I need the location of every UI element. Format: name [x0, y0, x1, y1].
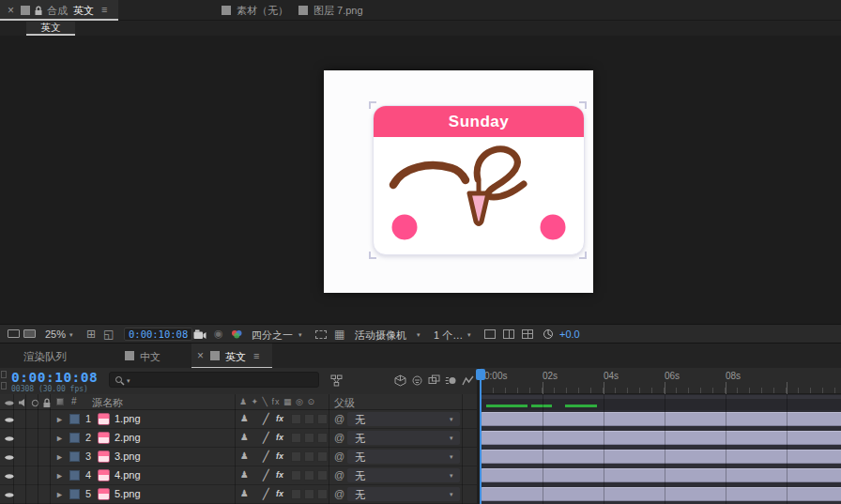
- time-ruler[interactable]: 0:00s 02s 04s 06s 08s: [481, 368, 841, 394]
- parent-value[interactable]: 无: [355, 488, 365, 502]
- current-timecode[interactable]: 0:00:10:08: [11, 370, 98, 385]
- pickwhip-icon[interactable]: @: [334, 451, 344, 462]
- parent-value[interactable]: 无: [355, 469, 365, 483]
- graph-editor-icon[interactable]: [462, 374, 474, 387]
- composition-viewer[interactable]: Sunday: [0, 36, 841, 324]
- 3d-switch[interactable]: [317, 451, 328, 462]
- motion-blur-switch[interactable]: [304, 451, 314, 462]
- shy-switch-icon[interactable]: ♟: [240, 488, 249, 498]
- search-input[interactable]: [136, 374, 314, 386]
- parent-dropdown-icon[interactable]: ▾: [450, 416, 453, 423]
- panel-menu-icon[interactable]: ≡: [101, 4, 107, 15]
- label-color-swatch[interactable]: [69, 433, 80, 443]
- motion-blur-switch[interactable]: [304, 414, 314, 424]
- region-of-interest-icon[interactable]: [315, 330, 327, 339]
- selection-handle-br[interactable]: [579, 252, 587, 259]
- secondary-monitor-icon[interactable]: [23, 329, 36, 338]
- primary-monitor-icon[interactable]: [8, 329, 20, 338]
- tab-layer[interactable]: 图层 7.png: [298, 0, 402, 21]
- parent-column-label[interactable]: 父级: [334, 396, 355, 410]
- parent-dropdown-icon[interactable]: ▾: [450, 453, 453, 461]
- layer-name[interactable]: 4.png: [115, 469, 141, 481]
- fx-switch-icon[interactable]: fx: [276, 470, 283, 480]
- quality-switch-icon[interactable]: ╱: [263, 451, 269, 463]
- parent-dropdown-icon[interactable]: ▾: [450, 472, 453, 480]
- frame-blend-switch[interactable]: [291, 414, 301, 424]
- 3d-switch[interactable]: [317, 470, 328, 481]
- fx-switch-icon[interactable]: fx: [276, 433, 283, 442]
- label-color-swatch[interactable]: [69, 414, 80, 424]
- label-color-swatch[interactable]: [69, 470, 80, 481]
- playhead-handle[interactable]: [476, 369, 485, 380]
- shy-switch-icon[interactable]: ♟: [240, 469, 249, 480]
- layer-name[interactable]: 2.png: [115, 432, 141, 443]
- selection-handle-tl[interactable]: [369, 101, 376, 109]
- search-options-icon[interactable]: ▾: [127, 377, 130, 385]
- frame-blend-switch[interactable]: [291, 489, 301, 499]
- panel-menu-icon[interactable]: ≡: [253, 350, 259, 361]
- pickwhip-icon[interactable]: @: [334, 432, 344, 443]
- view-layout-dropdown-icon[interactable]: ▾: [467, 331, 471, 339]
- frame-blend-switch[interactable]: [291, 470, 301, 481]
- expander-icon[interactable]: ►: [55, 434, 64, 443]
- fast-previews-icon[interactable]: [503, 329, 514, 339]
- layer-name[interactable]: 1.png: [115, 413, 141, 424]
- resolution-dropdown-icon[interactable]: ▾: [298, 331, 302, 339]
- label-color-swatch[interactable]: [69, 451, 80, 462]
- quality-switch-icon[interactable]: ╱: [263, 432, 269, 444]
- shy-switch-icon[interactable]: ♟: [240, 432, 249, 442]
- tab-render-queue[interactable]: 渲染队列: [23, 350, 67, 364]
- 3d-switch[interactable]: [317, 433, 328, 443]
- close-icon[interactable]: ×: [8, 4, 14, 17]
- pixel-aspect-icon[interactable]: [484, 329, 496, 339]
- frame-blend-switch[interactable]: [291, 433, 301, 443]
- motion-blur-switch[interactable]: [304, 470, 314, 481]
- expander-icon[interactable]: ►: [55, 471, 64, 481]
- expander-icon[interactable]: ►: [55, 415, 64, 424]
- parent-dropdown-icon[interactable]: ▾: [450, 435, 453, 442]
- motion-blur-switch[interactable]: [304, 489, 314, 499]
- 3d-switch[interactable]: [317, 414, 328, 424]
- snapshot-camera-icon[interactable]: [193, 329, 206, 340]
- frame-blend-switch[interactable]: [291, 451, 301, 462]
- camera-view-dropdown-icon[interactable]: ▾: [417, 331, 420, 339]
- layer-name[interactable]: 3.png: [115, 451, 141, 462]
- quality-switch-icon[interactable]: ╱: [263, 469, 269, 481]
- shy-switch-icon[interactable]: ♟: [240, 451, 249, 461]
- parent-value[interactable]: 无: [355, 432, 365, 446]
- grid-guides-icon[interactable]: ⊞: [86, 328, 96, 341]
- hide-shy-layers-icon[interactable]: [411, 374, 423, 387]
- fx-switch-icon[interactable]: fx: [276, 489, 283, 498]
- tab-comp-en[interactable]: × 英文 ≡: [191, 344, 272, 369]
- fx-switch-icon[interactable]: fx: [276, 414, 283, 423]
- motion-blur-switch[interactable]: [304, 433, 314, 443]
- quality-switch-icon[interactable]: ╱: [263, 413, 269, 425]
- label-color-swatch[interactable]: [69, 489, 80, 499]
- preview-timecode[interactable]: 0:00:10:08: [124, 328, 192, 341]
- 3d-switch[interactable]: [317, 489, 328, 499]
- exposure-icon[interactable]: [543, 328, 554, 340]
- tab-comp-zh[interactable]: 中文: [122, 344, 178, 369]
- source-name-column-label[interactable]: 源名称: [92, 396, 123, 410]
- view-layout-value[interactable]: 1 个…: [434, 328, 463, 343]
- show-channels-icon[interactable]: [231, 329, 243, 339]
- playhead-line[interactable]: [480, 380, 482, 504]
- close-icon[interactable]: ×: [197, 349, 204, 362]
- zoom-dropdown-icon[interactable]: ▾: [69, 331, 73, 339]
- shy-switch-icon[interactable]: ♟: [240, 413, 249, 423]
- selection-handle-tr[interactable]: [579, 101, 587, 109]
- draft-3d-icon[interactable]: [394, 374, 406, 387]
- zoom-value[interactable]: 25%: [45, 328, 66, 340]
- multi-view-icon[interactable]: [522, 329, 533, 339]
- composition-viewport[interactable]: Sunday: [324, 70, 593, 293]
- tab-composition[interactable]: × 合成 英文 ≡: [0, 0, 118, 21]
- resolution-value[interactable]: 四分之一: [252, 328, 293, 343]
- timeline-edge-icon-top[interactable]: [1, 371, 7, 378]
- camera-view-value[interactable]: 活动摄像机: [355, 328, 406, 343]
- parent-value[interactable]: 无: [355, 451, 365, 465]
- mini-flowchart-icon[interactable]: [330, 374, 343, 387]
- exposure-value[interactable]: +0.0: [559, 328, 580, 340]
- viewer-tab[interactable]: 英文: [26, 22, 75, 36]
- motion-blur-icon[interactable]: [445, 374, 457, 387]
- timeline-edge-icon-bottom[interactable]: [1, 382, 7, 389]
